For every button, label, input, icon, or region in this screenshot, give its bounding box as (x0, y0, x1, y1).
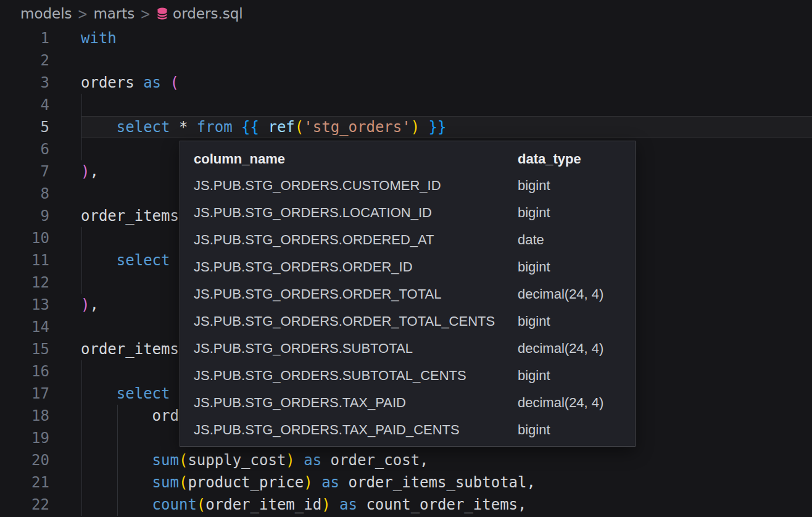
token: {{ (241, 118, 259, 136)
column-name-cell: JS.PUB.STG_ORDERS.TAX_PAID_CENTS (194, 422, 518, 438)
data-type-cell: date (518, 232, 635, 248)
line-content: orders as ( (81, 72, 812, 94)
line-number[interactable]: 8 (0, 183, 49, 205)
column-name-cell: JS.PUB.STG_ORDERS.CUSTOMER_ID (194, 178, 518, 194)
token: sum (152, 452, 179, 469)
token (259, 118, 268, 136)
line-number[interactable]: 22 (0, 494, 49, 516)
token: ) (286, 452, 294, 469)
token (313, 474, 321, 491)
indent-guide (117, 494, 118, 516)
token: as (143, 74, 161, 91)
line-number[interactable]: 10 (0, 227, 49, 249)
code-line-22[interactable]: 22 count(order_item_id) as count_order_i… (0, 494, 812, 516)
token: ) (304, 474, 312, 491)
column-name-cell: JS.PUB.STG_ORDERS.SUBTOTAL (194, 341, 518, 357)
column-name-cell: JS.PUB.STG_ORDERS.ORDERED_AT (194, 232, 518, 248)
code-line-21[interactable]: 21 sum(product_price) as order_items_sub… (0, 471, 812, 494)
line-content: sum(supply_cost) as order_cost, (81, 449, 812, 471)
breadcrumb-item-orders-sql[interactable]: orders.sql (156, 6, 243, 22)
breadcrumb-label: marts (93, 6, 135, 22)
token: select (117, 118, 170, 136)
line-number[interactable]: 15 (0, 338, 49, 360)
indent-guide (81, 116, 82, 138)
token: 'stg_orders' (304, 118, 410, 136)
code-line-5[interactable]: 5 select * from {{ ref('stg_orders') }} (0, 116, 812, 138)
token (81, 452, 152, 469)
data-type-cell: bigint (518, 368, 635, 384)
line-number[interactable]: 2 (0, 49, 49, 72)
data-type-cell: decimal(24, 4) (518, 341, 635, 357)
code-line-20[interactable]: 20 sum(supply_cost) as order_cost, (0, 449, 812, 471)
indent-guide (81, 494, 82, 516)
indent-guide (117, 449, 118, 471)
line-content: count(order_item_id) as count_order_item… (81, 494, 812, 516)
token: ref (268, 118, 294, 136)
breadcrumb-label: orders.sql (173, 6, 243, 22)
token: orders (81, 74, 143, 91)
token: as (339, 496, 357, 513)
code-line-1[interactable]: 1with (0, 27, 812, 49)
token: , (89, 296, 98, 313)
token: * (170, 118, 197, 136)
indent-guide (81, 249, 82, 271)
column-row: JS.PUB.STG_ORDERS.ORDER_IDbigint (180, 254, 635, 281)
token (81, 496, 152, 513)
column-name-cell: JS.PUB.STG_ORDERS.ORDER_TOTAL_CENTS (194, 313, 518, 329)
line-number[interactable]: 16 (0, 360, 49, 383)
line-number[interactable]: 14 (0, 316, 49, 338)
token: ord (81, 407, 179, 424)
column-name-cell: JS.PUB.STG_ORDERS.TAX_PAID (194, 395, 518, 411)
indent-guide (81, 271, 82, 294)
code-line-2[interactable]: 2 (0, 49, 812, 72)
data-type-cell: bigint (518, 205, 635, 221)
line-number[interactable]: 12 (0, 271, 49, 294)
token: sum (152, 474, 179, 491)
column-row: JS.PUB.STG_ORDERS.LOCATION_IDbigint (180, 199, 635, 226)
line-number[interactable]: 18 (0, 405, 49, 427)
indent-guide (81, 383, 82, 405)
column-row: JS.PUB.STG_ORDERS.TAX_PAID_CENTSbigint (180, 416, 635, 444)
data-type-cell: decimal(24, 4) (518, 286, 635, 302)
line-number[interactable]: 9 (0, 205, 49, 227)
line-content: with (81, 27, 812, 49)
token (81, 385, 117, 402)
line-number[interactable]: 5 (0, 116, 49, 138)
token (331, 496, 339, 513)
data-type-cell: bigint (518, 259, 635, 275)
column-row: JS.PUB.STG_ORDERS.CUSTOMER_IDbigint (180, 172, 635, 199)
line-content: select * from {{ ref('stg_orders') }} (81, 116, 812, 138)
line-number[interactable]: 7 (0, 160, 49, 183)
token: ( (170, 74, 179, 91)
column-row: JS.PUB.STG_ORDERS.ORDER_TOTALdecimal(24,… (180, 281, 635, 308)
line-number[interactable]: 19 (0, 427, 49, 449)
line-number[interactable]: 21 (0, 471, 49, 494)
code-line-4[interactable]: 4 (0, 94, 812, 116)
chevron-right-icon: > (140, 4, 151, 23)
line-number[interactable]: 6 (0, 138, 49, 160)
line-number[interactable]: 17 (0, 383, 49, 405)
code-line-3[interactable]: 3orders as ( (0, 72, 812, 94)
line-number[interactable]: 1 (0, 27, 49, 49)
token: order_items (81, 207, 179, 225)
line-number[interactable]: 4 (0, 94, 49, 116)
line-number[interactable]: 13 (0, 294, 49, 316)
breadcrumb-item-models[interactable]: models (20, 6, 72, 22)
data-type-cell: bigint (518, 313, 635, 329)
line-number[interactable]: 11 (0, 249, 49, 271)
column-row: JS.PUB.STG_ORDERS.SUBTOTALdecimal(24, 4) (180, 335, 635, 362)
indent-guide (81, 449, 82, 471)
token: ( (179, 474, 188, 491)
editor-window: models>marts>orders.sql 1with23orders as… (0, 0, 812, 517)
indent-guide (81, 360, 82, 383)
breadcrumb-item-marts[interactable]: marts (93, 6, 135, 22)
token: ) (81, 163, 89, 180)
token: order_cost, (321, 452, 428, 469)
indent-guide (81, 427, 82, 449)
token: order_items_subtotal, (339, 474, 536, 491)
line-number[interactable]: 20 (0, 449, 49, 471)
token: ) (81, 296, 89, 313)
line-number[interactable]: 3 (0, 72, 49, 94)
breadcrumb-label: models (20, 6, 72, 22)
token: }} (429, 118, 447, 136)
